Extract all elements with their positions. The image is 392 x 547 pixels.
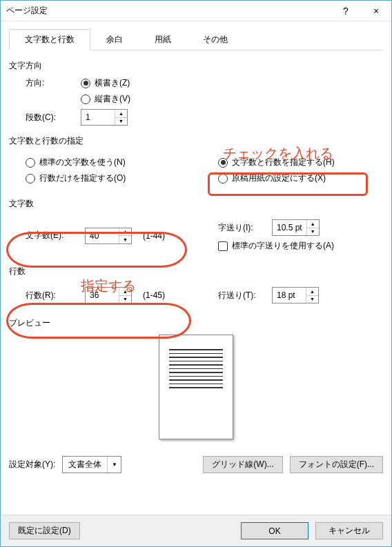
dialog-footer: 既定に設定(D) OK キャンセル — [1, 515, 391, 546]
section-direction: 文字方向 — [9, 60, 383, 72]
ok-button[interactable]: OK — [241, 522, 308, 539]
chars-range: (1-44) — [143, 231, 165, 241]
checkbox-icon — [218, 241, 228, 251]
apply-to-value: 文書全体 — [63, 457, 107, 473]
lines-label: 行数(R): — [26, 290, 78, 301]
spinner-arrows[interactable]: ▲▼ — [115, 110, 127, 125]
section-chars: 文字数 — [9, 198, 383, 210]
line-pitch-spinner[interactable]: 18 pt ▲▼ — [272, 287, 319, 304]
radio-vertical-label: 縦書き(V) — [95, 93, 130, 105]
tab-bar: 文字数と行数 余白 用紙 その他 — [9, 28, 383, 50]
check-default-pitch[interactable]: 標準の字送りを使用する(A) — [218, 240, 334, 252]
char-pitch-value: 10.5 pt — [273, 220, 306, 235]
set-default-button[interactable]: 既定に設定(D) — [9, 522, 80, 539]
radio-icon — [26, 174, 35, 183]
radio-icon — [26, 158, 35, 168]
radio-vertical[interactable]: 縦書き(V) — [81, 93, 130, 105]
radio-icon — [218, 174, 228, 183]
tab-other[interactable]: その他 — [187, 29, 244, 50]
spinner-arrows[interactable]: ▲▼ — [306, 288, 318, 303]
radio-icon — [218, 158, 228, 168]
radio-lines-only[interactable]: 行数だけを指定する(O) — [26, 172, 126, 184]
cancel-button[interactable]: キャンセル — [315, 522, 383, 539]
section-preview: プレビュー — [9, 317, 383, 329]
radio-chars-lines[interactable]: 文字数と行数を指定する(H) — [218, 157, 335, 168]
gridlines-button[interactable]: グリッド線(W)... — [203, 456, 282, 473]
line-pitch-value: 18 pt — [273, 288, 306, 303]
columns-value: 1 — [81, 110, 115, 125]
lines-spinner[interactable]: 36 ▲▼ — [85, 287, 132, 304]
opt-default-label: 標準の文字数を使う(N) — [39, 157, 126, 168]
apply-to-label: 設定対象(Y): — [9, 459, 55, 470]
lines-range: (1-45) — [143, 290, 165, 300]
lines-value: 36 — [86, 288, 119, 303]
help-button[interactable]: ? — [331, 1, 361, 21]
apply-to-select[interactable]: 文書全体 ▼ — [62, 456, 121, 473]
page-setup-dialog: ページ設定 ? × 文字数と行数 余白 用紙 その他 文字方向 方向: 横書き(… — [0, 0, 392, 547]
section-spec: 文字数と行数の指定 — [9, 135, 383, 147]
line-pitch-label: 行送り(T): — [218, 290, 265, 301]
char-pitch-spinner[interactable]: 10.5 pt ▲▼ — [272, 219, 320, 236]
close-button[interactable]: × — [361, 1, 391, 21]
chars-spinner[interactable]: 40 ▲▼ — [85, 228, 132, 244]
opt-manuscript-label: 原稿用紙の設定にする(X) — [232, 172, 326, 184]
radio-manuscript[interactable]: 原稿用紙の設定にする(X) — [218, 172, 326, 184]
columns-spinner[interactable]: 1 ▲▼ — [81, 109, 128, 126]
direction-label: 方向: — [26, 77, 74, 89]
preview-page — [159, 335, 233, 439]
radio-horizontal-label: 横書き(Z) — [95, 77, 130, 89]
opt-lines-only-label: 行数だけを指定する(O) — [39, 172, 126, 184]
section-lines: 行数 — [9, 266, 383, 277]
titlebar: ページ設定 ? × — [1, 1, 391, 21]
radio-icon — [81, 95, 90, 104]
radio-icon — [81, 79, 90, 88]
dialog-title: ページ設定 — [6, 5, 331, 17]
spinner-arrows[interactable]: ▲▼ — [306, 220, 319, 235]
chars-value: 40 — [86, 228, 119, 243]
default-pitch-label: 標準の字送りを使用する(A) — [232, 240, 334, 252]
columns-label: 段数(C): — [26, 112, 74, 123]
char-pitch-label: 字送り(I): — [218, 222, 265, 234]
font-settings-button[interactable]: フォントの設定(F)... — [290, 456, 383, 473]
tab-chars-lines[interactable]: 文字数と行数 — [9, 29, 90, 50]
chevron-down-icon: ▼ — [107, 457, 121, 473]
radio-horizontal[interactable]: 横書き(Z) — [81, 77, 130, 89]
radio-default-chars[interactable]: 標準の文字数を使う(N) — [26, 157, 126, 168]
spinner-arrows[interactable]: ▲▼ — [119, 228, 131, 243]
chars-label: 文字数(E): — [26, 230, 78, 241]
spinner-arrows[interactable]: ▲▼ — [119, 288, 131, 303]
dialog-body: 文字数と行数 余白 用紙 その他 文字方向 方向: 横書き(Z) 縦書き(V) — [1, 21, 391, 515]
tab-paper[interactable]: 用紙 — [139, 29, 187, 50]
opt-chars-lines-label: 文字数と行数を指定する(H) — [232, 157, 335, 168]
tab-margins[interactable]: 余白 — [90, 29, 139, 50]
